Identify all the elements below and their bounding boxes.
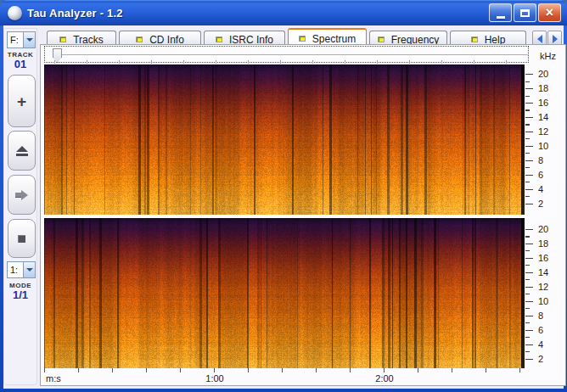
close-icon: × bbox=[546, 6, 553, 20]
arrow-left-icon bbox=[537, 35, 542, 43]
freq-tick-label: 6 bbox=[538, 326, 560, 335]
freq-major-ticks bbox=[525, 74, 533, 204]
mode-select-value: 1: bbox=[8, 265, 23, 275]
next-button[interactable] bbox=[8, 175, 36, 215]
chevron-down-icon bbox=[26, 268, 33, 272]
slider-focus-rect bbox=[44, 46, 529, 63]
freq-tick-label: 14 bbox=[538, 268, 560, 277]
freq-tick-label: 4 bbox=[538, 185, 560, 194]
freq-tick-label: 12 bbox=[538, 283, 560, 292]
title-bar[interactable]: Tau Analyzer - 1.2 × bbox=[0, 0, 567, 25]
freq-axis-top: 20 18 16 14 12 10 8 6 4 2 bbox=[538, 70, 560, 209]
drive-select-value: F: bbox=[8, 35, 23, 45]
spectrogram-channel-1 bbox=[44, 64, 525, 215]
sidebar: F: TRACK 01 + 1: MODE 1/1 bbox=[3, 28, 37, 385]
time-tick-label: 1:00 bbox=[203, 373, 227, 384]
freq-tick-label: 6 bbox=[538, 171, 560, 180]
freq-tick-label: 4 bbox=[538, 340, 560, 350]
plus-button[interactable]: + bbox=[8, 75, 36, 127]
freq-tick-label: 20 bbox=[538, 225, 560, 234]
slider-tick-marks bbox=[54, 60, 528, 64]
mode-value: 1/1 bbox=[4, 288, 36, 301]
freq-tick-label: 20 bbox=[538, 70, 560, 79]
freq-tick-label: 2 bbox=[538, 355, 560, 364]
time-tick-label: 2:00 bbox=[373, 373, 396, 384]
tab-label: Spectrum bbox=[312, 33, 356, 45]
spectrogram-channel-2 bbox=[44, 218, 525, 368]
freq-major-ticks bbox=[525, 229, 533, 360]
freq-tick-label: 8 bbox=[538, 156, 560, 165]
dropdown-button[interactable] bbox=[23, 262, 35, 277]
close-button[interactable]: × bbox=[538, 3, 561, 22]
eject-icon bbox=[16, 146, 28, 156]
dropdown-button[interactable] bbox=[23, 32, 35, 48]
minimize-icon bbox=[497, 16, 505, 19]
freq-axis-bottom: 20 18 16 14 12 10 8 6 4 2 bbox=[538, 225, 560, 364]
window-content: Tracks CD Info ISRC Info Spectrum Freque… bbox=[3, 25, 564, 389]
maximize-icon bbox=[520, 9, 530, 17]
freq-tick-label: 2 bbox=[538, 199, 560, 209]
tab-marker-icon bbox=[471, 36, 478, 42]
track-value: 01 bbox=[4, 58, 36, 70]
freq-tick-label: 16 bbox=[538, 98, 560, 108]
freq-unit-label: kHz bbox=[540, 51, 556, 61]
freq-tick-label: 10 bbox=[538, 142, 560, 151]
arrow-right-icon bbox=[15, 190, 28, 200]
tab-marker-icon bbox=[378, 36, 385, 42]
arrow-right-icon bbox=[553, 35, 558, 43]
freq-tick-label: 10 bbox=[538, 297, 560, 306]
time-unit-label: m:s bbox=[46, 373, 61, 384]
stop-button[interactable] bbox=[8, 219, 36, 258]
plus-icon: + bbox=[17, 93, 26, 109]
tab-marker-icon bbox=[299, 36, 306, 42]
freq-tick-label: 14 bbox=[538, 113, 560, 122]
tab-marker-icon bbox=[59, 36, 66, 42]
position-slider-track[interactable] bbox=[53, 54, 528, 57]
freq-tick-label: 18 bbox=[538, 84, 560, 93]
tab-marker-icon bbox=[216, 36, 222, 42]
freq-tick-label: 12 bbox=[538, 127, 560, 137]
app-icon bbox=[8, 6, 22, 20]
freq-tick-label: 8 bbox=[538, 311, 560, 321]
drive-select[interactable]: F: bbox=[7, 31, 36, 48]
window-title: Tau Analyzer - 1.2 bbox=[27, 7, 123, 20]
time-axis-ticks bbox=[44, 368, 525, 372]
freq-tick-label: 16 bbox=[538, 254, 560, 263]
eject-button[interactable] bbox=[8, 131, 36, 171]
chevron-down-icon bbox=[26, 38, 33, 42]
minimize-button[interactable] bbox=[489, 3, 512, 22]
spectrum-panel: kHz 20 18 16 14 12 10 8 6 4 2 20 18 16 bbox=[40, 44, 566, 386]
freq-tick-label: 18 bbox=[538, 239, 560, 249]
mode-select[interactable]: 1: bbox=[7, 261, 36, 278]
maximize-button[interactable] bbox=[514, 3, 536, 22]
app-window: Tau Analyzer - 1.2 × Tracks CD Info ISRC… bbox=[0, 0, 567, 392]
tab-marker-icon bbox=[136, 36, 143, 42]
stop-icon bbox=[18, 235, 25, 243]
